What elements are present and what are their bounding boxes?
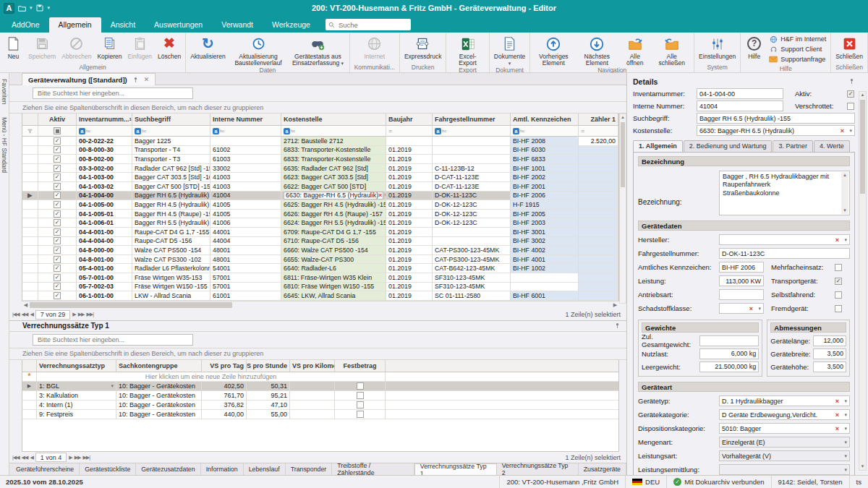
sachkontengruppe-cell[interactable]: 10: Bagger - Gerätekosten [116,382,202,391]
aktiv-checkbox-cell[interactable] [38,210,77,219]
clear-icon[interactable]: × [841,127,844,134]
details-scrollbar[interactable]: ▲ ▼ [859,91,867,471]
interne-nummer-cell[interactable]: 41006 [210,218,281,228]
menu-tab-allgemein[interactable]: Allgemein [49,17,101,33]
column-header[interactable]: Suchbegriff [132,114,210,126]
row-indicator[interactable] [22,401,37,410]
kostenstelle-cell[interactable]: 2712: Baustelle 2712 [281,137,386,146]
suchbegriff-cell[interactable]: LKW - Allrad Scania [132,291,210,301]
inventarnummer-cell[interactable]: 00-8-000-30 [77,146,132,155]
prev-group-icon[interactable]: ◀◀ [22,312,28,317]
baujahr-cell[interactable]: 01.2019 [386,192,433,201]
baujahr-cell[interactable]: 01.2019 [386,246,433,255]
table-row[interactable]: 04-1-005-00Bagger RH 4.5 (Hydraulik) -15… [22,200,618,210]
row-indicator[interactable] [22,200,38,210]
kennzeichen-cell[interactable]: BI-HF 3001 [511,228,579,237]
inventarnummer-cell[interactable]: 05-4-001-00 [77,264,132,273]
suchbegriff-cell[interactable]: Fräse Wirtgen W35-153 [132,273,210,283]
inventarnummer-cell[interactable]: 04-1-003-02 [77,182,132,192]
neu-button[interactable]: Neu [1,33,25,60]
next-group-icon[interactable]: ▶▶ [75,455,81,461]
inventarnummer-cell[interactable]: 05-7-002-03 [77,283,132,292]
column-header[interactable]: Baujahr [386,114,433,126]
kennzeichen-cell[interactable] [511,273,579,283]
vorheriges-element-button[interactable]: Vorheriges Element [532,33,575,67]
interne-nummer-cell[interactable]: 44001 [210,228,281,237]
zaehler-cell[interactable] [579,173,618,182]
column-header[interactable]: Interne Nummer [210,114,281,126]
suchbegriff-cell[interactable]: Transporter - T4 [132,146,210,155]
table-row[interactable]: 04-1-006-01Bagger RH 5.5 (Hydraulik) -15… [22,218,618,228]
zaehler-cell[interactable] [579,192,618,201]
table-row[interactable]: 04-1-003-00Bagger CAT 303.5 [Std] -10241… [22,173,618,182]
interne-nummer-cell[interactable]: 61002 [210,146,281,155]
dropdown-icon[interactable]: ▾ [849,128,852,134]
verrechnungssatztyp-cell[interactable]: 3: Kalkulation [37,391,116,401]
fahrgestellnummer-cell[interactable]: CAT-B642-123-45MK [433,264,511,273]
rail-item-0[interactable]: Favoriten [1,79,8,104]
vs-pro-kilometer-cell[interactable] [290,382,335,391]
aktiv-checkbox-cell[interactable] [38,200,77,210]
fahrgestellnummer-cell[interactable]: D-CAT-11-123E [433,182,511,192]
inventarnummer-cell[interactable]: 06-1-001-00 [77,291,132,301]
fahrgestellnummer-cell[interactable]: SF310-123-45MK [433,273,511,283]
bottom-grid-search-input[interactable] [36,335,190,344]
kostenstelle-cell[interactable]: 6655: Walze-CAT PS300 [281,255,386,265]
table-row[interactable]: 05-7-002-03Fräse Wirtgen W150 -155570016… [22,283,618,292]
leistungsermittlung-combo[interactable]: ▾ [719,464,850,475]
last-page-icon[interactable]: ▶▶| [86,312,93,317]
fahrgestellnummer-cell[interactable]: D-OK-12-123C [433,218,511,228]
baujahr-cell[interactable]: 01.2019 [386,255,433,265]
mehrfacheinsatz-checkbox[interactable] [835,264,842,271]
excel-export-button[interactable]: Excel-Export [448,33,487,67]
prev-page-icon[interactable]: ◀ [30,312,33,317]
dokumente-button[interactable]: Dokumente▾ [491,33,528,67]
detail-tab-5[interactable]: Transponder [286,463,333,475]
details-tab-3[interactable]: 4. Werte [814,140,850,152]
aktiv-checkbox-cell[interactable] [38,273,77,283]
aktiv-checkbox-cell[interactable] [38,146,77,155]
fahrgestellnummer-cell[interactable] [433,155,511,164]
schliessen-button[interactable]: Schließen [833,33,866,60]
inventarnummer-cell[interactable]: 04-1-003-00 [77,173,132,182]
zaehler-cell[interactable] [579,291,618,301]
fremdgeraet-checkbox[interactable] [835,305,842,312]
kennzeichen-cell[interactable]: BI-HF 2001 [511,182,579,192]
aktiv-checkbox-cell[interactable] [38,192,77,201]
geraetekategorie-combo[interactable]: D Geräte Erdbewegung,Verdicht. ×▾ [719,409,850,420]
column-header[interactable]: Verrechnungssatztyp [37,360,116,372]
fahrgestellnummer-cell[interactable] [433,146,511,155]
kostenstelle-cell[interactable]: 6833: Transporter-Kostenstelle [281,155,386,164]
vs-pro-stunde-cell[interactable]: 95,21 [247,391,290,401]
app-logo-icon[interactable]: A [4,3,14,14]
filter-cell[interactable]: abc [511,126,579,137]
vs-pro-tag-cell[interactable]: 440,00 [202,410,247,419]
grid-search-box[interactable] [33,87,193,99]
inventarnummer-cell[interactable]: 04-1-005-01 [77,210,132,219]
zaehler-cell[interactable] [579,228,618,237]
suchbegriff-cell[interactable]: Walze CAT PS300 -102 [132,255,210,265]
menu-tab-addone[interactable]: AddOne [2,17,49,33]
column-header[interactable]: VS pro Stunde [247,360,290,372]
suchbegriff-field[interactable]: Bagger RH 6.5 (Hydraulik) -155 [697,113,855,124]
prev-group-icon[interactable]: ◀◀ [22,455,28,461]
table-row[interactable]: 00-8-002-00Transporter - T3610036833: Tr… [22,155,618,164]
vs-pro-kilometer-cell[interactable] [290,401,335,410]
interne-nummer-cell[interactable]: 41003 [210,173,281,182]
prev-page-icon[interactable]: ◀ [30,455,33,461]
speichern-button[interactable]: Speichern [25,33,59,60]
aktiv-checkbox-cell[interactable] [38,137,77,146]
fahrgestellnummer-cell[interactable]: D-OK-11-123C [433,192,511,201]
row-indicator[interactable] [22,210,38,219]
table-row[interactable]: 04-8-000-00Walze CAT PS500 -154480016660… [22,246,618,255]
festbetrag-checkbox-cell[interactable] [335,401,386,410]
leistung-field[interactable]: 113,000 KW [719,275,764,286]
kennzeichen-cell[interactable]: BI-HF 2002 [511,173,579,182]
interne-nummer-field[interactable]: 41004 [697,100,783,111]
mengenart-combo[interactable]: Einzelgerät (E) ▾ [719,437,850,448]
zaehler-cell[interactable] [579,182,618,192]
selbstfahrend-checkbox[interactable] [835,291,842,299]
kennzeichen-cell[interactable]: BI-HF 2006 [511,192,579,201]
grid-search-input[interactable] [36,89,190,98]
suchbegriff-cell[interactable]: Walze CAT PS500 -154 [132,246,210,255]
